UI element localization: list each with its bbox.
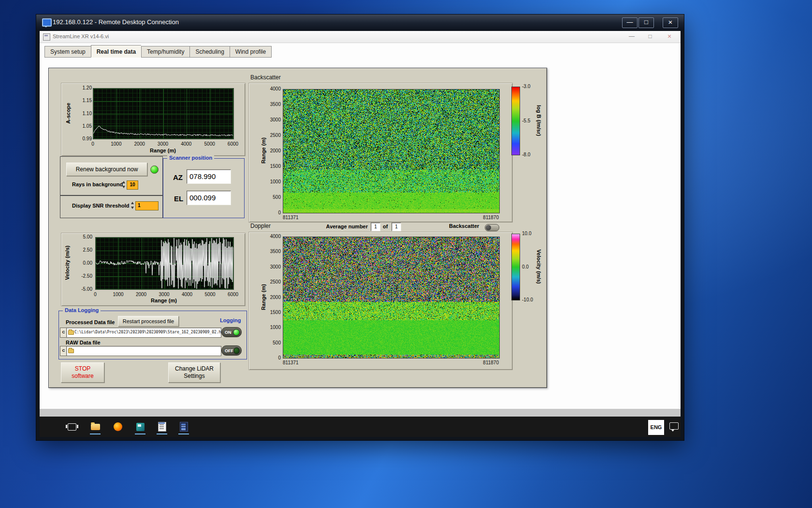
ytick: 3000 [270,264,281,269]
ytick: 1.05 [83,123,92,129]
xtick: 2000 [133,292,149,297]
restart-processed-file-button[interactable]: Restart processed file [118,316,179,327]
ytick: 1000 [270,325,281,330]
backscatter-y-axis-label: Range (m) [261,137,266,164]
velocity-y-ticks: 5.00 2.50 0.00 -2.50 -5.00 [75,234,92,292]
backscatter-colorbar [511,87,520,155]
rdp-close-button[interactable]: × [663,17,678,28]
toggle-on-label: ON [225,330,233,335]
tab-system-setup[interactable]: System setup [44,46,91,58]
cbtick: -5.5 [522,118,530,123]
backscatter-y-ticks: 4000 3500 3000 2500 2000 1500 1000 500 0 [266,86,281,215]
backscatter-title: Backscatter [250,74,281,81]
snr-value-field[interactable]: 1 [135,201,159,210]
cbtick: 10.0 [522,231,531,236]
processed-path-field[interactable]: C:\Lidar\Data\Proc\2023\202309\20230909\… [66,328,221,338]
average-number-field[interactable]: 1 [371,223,380,231]
app-window-icon [136,423,145,431]
tab-bar: System setup Real time data Temp/humidit… [44,46,272,58]
firefox-button[interactable] [111,419,125,434]
folder-icon[interactable] [68,349,74,353]
folder-icon[interactable] [68,330,74,335]
ytick: 0 [278,210,281,215]
feedback-hub-icon[interactable] [669,422,679,430]
ascope-y-ticks: 1.20 1.15 1.10 1.05 0.99 [76,85,92,141]
rdp-window: 192.168.0.122 - Remote Desktop Connectio… [36,15,684,440]
code-editor-icon [180,422,188,432]
ytick: 4000 [270,234,281,239]
rays-value-field[interactable]: 10 [127,180,138,190]
rays-stepper[interactable] [121,181,126,188]
xtick-end: 811870 [483,215,499,220]
app-titlebar[interactable]: StreamLine XR v14-6.vi — □ × [40,31,681,43]
backscatter-doppler-toggle[interactable] [485,224,499,231]
rdp-minimize-button[interactable]: — [622,17,638,28]
ytick: 1500 [270,164,281,169]
change-line1: Change LiDAR [175,365,214,372]
rdp-titlebar[interactable]: 192.168.0.122 - Remote Desktop Connectio… [36,15,684,30]
backscatter-colorbar-ticks: -3.0 -5.5 -8.0 [522,84,536,157]
ytick: 2500 [270,133,281,138]
change-lidar-settings-button[interactable]: Change LiDAR Settings [168,362,220,383]
el-value-field[interactable]: 000.099 [187,191,231,205]
velocity-trace [96,238,233,289]
renew-status-led [150,165,159,174]
ytick: 2000 [270,148,281,153]
cbtick: -8.0 [522,152,530,157]
app-restore-button[interactable]: □ [642,32,658,41]
app-minimize-button[interactable]: — [624,32,640,41]
raw-logging-toggle[interactable]: OFF [221,345,242,356]
az-label: AZ [173,173,183,181]
xtick-start: 811371 [283,215,299,220]
background-controls-box: Renew background now Rays in background … [60,156,163,196]
file-explorer-icon [91,424,100,430]
app-window-title: StreamLine XR v14-6.vi [53,33,109,39]
scan-scheduler-button[interactable] [155,419,169,434]
toggle-on-led [233,329,240,336]
cbtick: -3.0 [522,84,530,89]
snr-stepper[interactable] [130,202,134,209]
rdp-maximize-button[interactable]: □ [638,17,654,28]
file-explorer-button[interactable] [88,419,102,434]
ytick: 1500 [270,310,281,315]
stop-line2: software [72,373,93,379]
change-line2: Settings [184,373,204,379]
ascope-graph-frame: A-scope 1.20 1.15 1.10 1.05 0.99 0 [61,83,246,156]
az-value-field[interactable]: 078.990 [187,169,231,184]
ytick: 3000 [270,117,281,122]
data-logging-box: Data Logging Processed Data file Restart… [58,311,247,359]
task-view-button[interactable] [65,419,79,434]
renew-background-button[interactable]: Renew background now [66,163,147,176]
raw-data-file-label: RAW Data file [66,340,101,345]
backscatter-colorbar-gradient [512,87,520,155]
ytick: 2.50 [83,247,92,253]
code-editor-button[interactable] [176,419,191,434]
doppler-graph-frame: Range (m) 4000 3500 3000 2500 2000 1500 … [248,232,513,370]
processed-logging-toggle[interactable]: ON [221,327,242,337]
xtick-start: 811371 [283,360,299,365]
streamline-app-window: StreamLine XR v14-6.vi — □ × System setu… [40,31,681,409]
backscatter-toggle-label: Backscatter [449,223,479,229]
scanner-position-box: Scanner position AZ 078.990 EL 000.099 [163,158,245,218]
stop-software-button[interactable]: STOP software [61,362,104,383]
average-of-field[interactable]: 1 [392,223,401,231]
rays-in-background-label: Rays in background [72,181,123,187]
ytick: 3500 [270,249,281,254]
of-label: of [383,224,388,229]
xtick: 4000 [179,292,195,297]
raw-path-field[interactable] [66,346,221,356]
tab-wind-profile[interactable]: Wind profile [230,46,272,58]
xtick: 6000 [225,141,241,147]
language-indicator[interactable]: ENG [648,420,664,435]
ytick: -2.50 [81,273,92,279]
tab-scheduling[interactable]: Scheduling [189,46,229,58]
ytick: 3500 [270,102,281,107]
app-window-button[interactable] [133,419,147,434]
ytick: 4000 [270,86,281,91]
tab-temp-humidity[interactable]: Temp/humidity [141,46,189,58]
app-close-button[interactable]: × [661,32,678,41]
ytick: 1.20 [83,85,92,90]
ascope-x-axis-label: Range (m) [134,148,192,153]
tab-real-time-data[interactable]: Real time data [91,45,141,58]
doppler-heatmap [283,237,499,358]
